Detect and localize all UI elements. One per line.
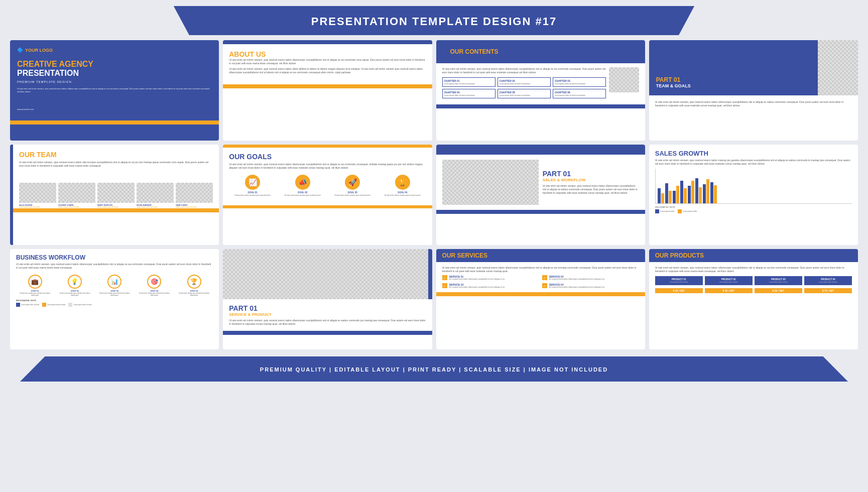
bar-blue-1 [658,188,661,203]
legend2-box [678,209,682,213]
slide11-header: OUR SERVICES [436,249,645,262]
legend-1: Lorem ipsum dolor [655,209,675,213]
bar-orange-8 [714,185,717,203]
legend9-2-box [42,303,46,307]
slide11-body: Ut wisi enim ad minim veniam, quis nostr… [436,262,645,292]
page-header: PRESENTATION TEMPLATE DESIGN #17 [174,6,694,35]
step-5: 🏆 STEP 05 Ut wisi enim veniam quis nostr… [175,275,213,296]
legend9-1-box [16,303,20,307]
service3-text: SERVICE 03 bro nostrud exerci tation ull… [449,283,505,288]
step4-icon: 🎯 [147,275,161,289]
slide1-bar [10,120,219,125]
product-1: PRODUCT 01 Lorem ipsum dolor sit amet [655,276,703,285]
slide7-subtitle: SALES & WORKFLOW [543,178,639,182]
slide5-footer [10,208,219,212]
slide8-title: SALES GROWTH [655,150,852,157]
slide3-footer [436,104,645,108]
member2-role: CHIEF EXECUTIVE OFFICER [58,206,95,208]
slide-our-services: OUR SERVICES Ut wisi enim ad minim venia… [436,249,645,349]
step5-text: Ut wisi enim veniam quis nostrud exerci … [175,292,213,296]
bar-blue-4 [680,181,683,203]
slide10-footer [223,331,432,335]
slide12-body: Ut wisi enim ad minim veniam, quis nostr… [649,262,858,297]
service-3: ✓ SERVICE 03 bro nostrud exerci tation u… [442,283,539,288]
slide9-title: BUSINESS WORKFLOW [16,254,213,261]
slide11-footer [436,292,645,296]
slide6-body: Ut wisi enim ad minim veniam, quis nostr… [229,163,426,170]
bar-blue-5 [688,186,691,203]
service-1: ✓ SERVICE 01 bro nostrud exerci tation u… [442,275,539,280]
slide7-image [442,160,539,205]
slide2-title: ABOUT US [229,50,426,58]
service2-check: ✓ [542,275,547,280]
slide-our-products: OUR PRODUCTS Ut wisi enim ad minim venia… [649,249,858,349]
services-grid: ✓ SERVICE 01 bro nostrud exerci tation u… [442,275,639,288]
goal1-label: GOAL 01 [229,191,276,194]
bar-blue-8 [710,182,713,203]
bar-group-4 [680,181,687,203]
price-3: $ 50 / SET [755,288,802,293]
step4-text: Ut wisi enim veniam quis nostrud exerci … [136,292,173,296]
step-1: 💼 STEP 01 Ut wisi enim veniam quis nostr… [16,275,54,296]
steps-container: 💼 STEP 01 Ut wisi enim veniam quis nostr… [16,275,213,296]
bar-orange-7 [706,179,709,203]
goal3-icon: 🚀 [345,175,360,190]
legend9-1: Lorem ipsum dolor sit amet [16,303,39,307]
slide5-accent [10,145,13,245]
slide3-header: OUR CONTENTS [436,40,645,63]
bar-group-3 [673,186,679,203]
goal4-text: Ut wisi enim minim veniam quis nostrud e… [379,194,426,196]
goal1-text: Ut wisi enim minim veniam quis nostrud e… [229,194,276,196]
slide10-top [223,249,432,299]
slide9-legend: Lorem ipsum dolor sit amet Lorem ipsum d… [16,303,213,307]
slide4-body: Ut wisi enim ad minim veniam, quis nostr… [655,100,852,107]
slide-business-workflow: BUSINESS WORKFLOW Ut wisi enim ad minim … [10,249,219,349]
goals-grid: 📈 GOAL 01 Ut wisi enim minim veniam quis… [229,175,426,196]
slide2-bottom-bar [223,84,432,88]
slide3-body: Ut wisi enim ad minim veniam, quis nostr… [442,67,606,74]
bar-blue-7 [703,184,706,203]
slide7-text: PART 01 SALES & WORKFLOW Ut wisi enim ad… [543,170,639,195]
step5-icon: 🏆 [187,275,201,289]
team-member-4: ROSE BANNER CHIEF EXECUTIVE OFFICER [137,183,174,208]
chapter-02: CHAPTER 02 Lorem ipsum dolor sit amet co… [498,77,551,87]
slide3-image [609,67,639,92]
slide4-part: PART 01 [656,76,811,83]
slide11-body-text: Ut wisi enim ad minim veniam, quis nostr… [442,266,639,273]
bar-blue-6 [695,178,698,203]
service4-text: SERVICE 04 bro nostrud exerci tation ull… [549,283,605,288]
legend9-3: Lorem ipsum dolor sit amet [68,303,91,307]
slide5-title: OUR TEAM [19,151,213,159]
bar-group-2 [665,183,672,203]
slide6-footer [223,205,432,208]
slide7-part: PART 01 [543,170,639,178]
goal4-icon: 🏆 [395,175,410,190]
slide7-body: Ut wisi enim ad minim veniam, quis nostr… [543,184,639,195]
member1-photo [19,183,56,203]
slide12-title: OUR PRODUCTS [655,252,852,259]
member3-role: CHIEF EXECUTIVE OFFICER [97,206,135,208]
step1-text: Ut wisi enim veniam quis nostrud exerci … [16,292,54,296]
service2-text: SERVICE 02 bro nostrud exerci tation ull… [549,275,605,280]
service1-check: ✓ [442,275,447,280]
goal2-text: Ut wisi enim minim veniam quis nostrud e… [279,194,326,196]
products-grid: PRODUCT 01 Lorem ipsum dolor sit amet PR… [655,276,852,285]
price-2: $ 35 / SET [705,288,753,293]
chapter-grid: CHAPTER 01 Lorem ipsum dolor sit amet co… [442,77,606,98]
slide-part01-service: PART 01 SERVICE & PRODUCT Ut wisi enim a… [223,249,432,349]
price-1: $ 25 / SET [655,288,703,293]
product-2: PRODUCT 02 Lorem ipsum dolor sit amet [705,276,753,285]
member5-photo [176,183,213,203]
bar-orange-5 [691,181,694,203]
slide-creative-agency: 🔷 YOUR LOGO CREATIVE AGENCY PRESENTATION… [10,40,219,141]
bar-group-6 [695,178,702,203]
chapter-01: CHAPTER 01 Lorem ipsum dolor sit amet co… [442,77,495,87]
step-3: 📊 STEP 03 Ut wisi enim veniam quis nostr… [96,275,134,296]
member4-photo [137,183,174,203]
step2-icon: 💡 [68,275,82,289]
step2-text: Ut wisi enim veniam quis nostrud exerci … [56,292,93,296]
legend2-label: Lorem ipsum dolor [683,210,697,212]
bar-blue-3 [673,191,676,203]
slide-part01-sales: PART 01 SALES & WORKFLOW Ut wisi enim ad… [436,145,645,245]
slide9-note: INFOGRAPHIC NOTE [16,299,213,302]
